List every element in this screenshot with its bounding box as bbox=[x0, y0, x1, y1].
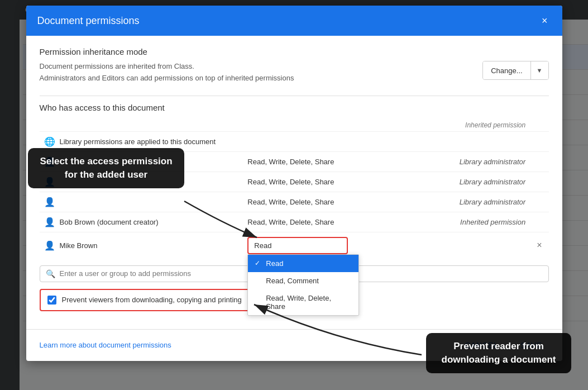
modal-body: Permission inheritance mode Document per… bbox=[26, 36, 562, 329]
option-read-label: Read bbox=[266, 259, 283, 268]
cancel-button[interactable]: CANCEL bbox=[458, 336, 505, 354]
person-icon: 👤 bbox=[44, 177, 55, 187]
modal-overlay: Document permissions × Permission inheri… bbox=[0, 0, 588, 390]
close-button[interactable]: × bbox=[538, 15, 551, 27]
option-read-write-label: Read, Write, Delete, Share bbox=[266, 294, 352, 311]
modal-footer: Learn more about document permissions CA… bbox=[26, 329, 562, 361]
permission-1: Read, Write, Delete, Share bbox=[247, 178, 334, 186]
person-icon: 👤 bbox=[44, 156, 55, 167]
modal-title: Document permissions bbox=[37, 15, 140, 27]
footer-buttons: CANCEL SAVE bbox=[458, 336, 548, 354]
mike-name: Mike Brown bbox=[60, 241, 98, 250]
globe-icon: 🌐 bbox=[44, 136, 55, 147]
access-section: Who has access to this document Inherite… bbox=[40, 103, 549, 311]
user-cell-0: 👤 bbox=[44, 156, 239, 167]
modal-header: Document permissions × bbox=[26, 6, 562, 36]
inherited-column-header: Inherited permission bbox=[396, 119, 530, 132]
inheritance-line1: Document permissions are inherited from … bbox=[40, 61, 294, 73]
bob-name: Bob Brown (document creator) bbox=[60, 218, 159, 226]
dropdown-option-read[interactable]: ✓ Read bbox=[248, 255, 358, 272]
role-1: Library administrator bbox=[460, 178, 526, 186]
permission-2: Read, Write, Delete, Share bbox=[247, 198, 334, 206]
change-button-group[interactable]: Change... ▼ bbox=[482, 61, 548, 80]
inheritance-description: Document permissions are inherited from … bbox=[40, 61, 294, 84]
bob-role: Inherited permission bbox=[460, 218, 525, 226]
download-restriction-row: Prevent viewers from downloading, copyin… bbox=[40, 289, 250, 311]
learn-more-link[interactable]: Learn more about document permissions bbox=[40, 341, 171, 349]
inheritance-title: Permission inheritance mode bbox=[40, 47, 549, 56]
table-row: 👤 Read, Write, Delete, Share Library adm… bbox=[40, 172, 549, 192]
inheritance-row: Document permissions are inherited from … bbox=[40, 61, 549, 84]
checkmark-icon: ✓ bbox=[255, 259, 262, 267]
dropdown-option-read-comment[interactable]: Read, Comment bbox=[248, 272, 358, 289]
library-cell: 🌐 Library permissions are applied to thi… bbox=[44, 136, 391, 147]
bob-brown-row: 👤 Bob Brown (document creator) Read, Wri… bbox=[40, 212, 549, 232]
change-dropdown-arrow[interactable]: ▼ bbox=[531, 61, 548, 79]
person-icon: 👤 bbox=[44, 240, 55, 251]
library-name: Library permissions are applied to this … bbox=[60, 137, 216, 146]
permission-select[interactable]: Read Read, Comment Read, Write, Delete, … bbox=[247, 237, 348, 254]
access-title: Who has access to this document bbox=[40, 103, 549, 112]
bob-cell: 👤 Bob Brown (document creator) bbox=[44, 217, 239, 227]
bob-permission: Read, Write, Delete, Share bbox=[247, 218, 334, 226]
permission-dropdown-container: Read Read, Comment Read, Write, Delete, … bbox=[247, 237, 348, 254]
inheritance-line2: Administrators and Editors can add permi… bbox=[40, 73, 294, 84]
section-divider bbox=[40, 96, 549, 96]
dropdown-option-read-write[interactable]: Read, Write, Delete, Share bbox=[248, 289, 358, 315]
change-button-label[interactable]: Change... bbox=[483, 61, 530, 79]
person-icon: 👤 bbox=[44, 217, 55, 227]
library-permissions-row: 🌐 Library permissions are applied to thi… bbox=[40, 131, 549, 151]
table-row: 👤 Read, Write, Delete, Share Library adm… bbox=[40, 151, 549, 172]
document-permissions-modal: Document permissions × Permission inheri… bbox=[26, 6, 562, 361]
user-cell-2: 👤 bbox=[44, 197, 239, 207]
download-restriction-label: Prevent viewers from downloading, copyin… bbox=[62, 296, 242, 304]
user-cell-1: 👤 bbox=[44, 177, 239, 187]
table-row: 👤 Read, Write, Delete, Share Library adm… bbox=[40, 192, 549, 212]
permission-dropdown-menu: ✓ Read Read, Comment bbox=[247, 254, 359, 316]
person-icon: 👤 bbox=[44, 197, 55, 207]
role-2: Library administrator bbox=[460, 198, 526, 206]
mike-cell: 👤 Mike Brown bbox=[44, 240, 239, 251]
permission-0: Read, Write, Delete, Share bbox=[247, 158, 334, 166]
mike-brown-row: 👤 Mike Brown Read Read, Comment bbox=[40, 232, 549, 259]
remove-mike-button[interactable]: × bbox=[534, 238, 544, 253]
permissions-table: Inherited permission 🌐 Library permissio… bbox=[40, 119, 549, 259]
option-read-comment-label: Read, Comment bbox=[266, 277, 319, 285]
save-button[interactable]: SAVE bbox=[514, 336, 548, 354]
inheritance-section: Permission inheritance mode Document per… bbox=[40, 47, 549, 84]
download-restriction-checkbox[interactable] bbox=[47, 296, 56, 305]
role-0: Library administrator bbox=[460, 158, 526, 166]
search-icon: 🔍 bbox=[46, 269, 55, 278]
